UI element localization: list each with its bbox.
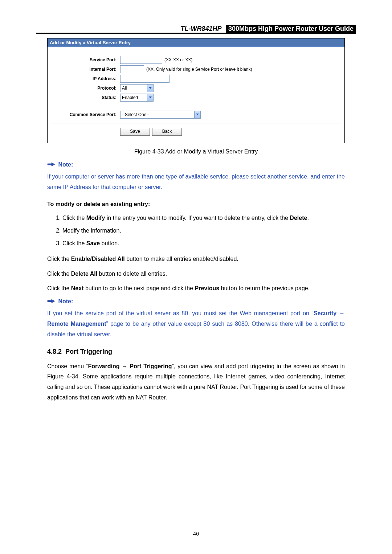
service-port-label: Service Port: [51,57,120,62]
status-label: Status: [51,95,120,100]
service-port-hint: (XX-XX or XX) [164,57,192,62]
list-item: Modify the information. [62,226,345,236]
service-port-input[interactable] [120,56,162,64]
protocol-value: All [121,86,147,91]
internal-port-input[interactable] [120,65,144,73]
chevron-down-icon [147,94,153,101]
save-button[interactable]: Save [120,128,150,136]
list-item: Click the Save button. [62,238,345,249]
status-value: Enabled [121,95,147,100]
steps-list: Click the Modify in the entry you want t… [47,213,345,249]
chevron-down-icon [194,111,200,118]
pointing-hand-icon [47,161,55,169]
page-number: - 46 - [0,530,392,537]
protocol-select[interactable]: All [120,84,154,92]
internal-port-hint: (XX, Only valid for single Service Port … [146,67,252,72]
model-label: TL-WR841HP [180,25,224,32]
separator [51,106,341,106]
status-select[interactable]: Enabled [120,94,154,102]
pointing-hand-icon [47,298,55,305]
internal-port-label: Internal Port: [51,67,120,72]
note-2-text: If you set the service port of the virtu… [47,308,345,340]
note-1-text: If your computer or server has more than… [47,172,345,193]
doc-title: 300Mbps High Power Router User Guide [226,25,356,33]
back-button[interactable]: Back [152,128,182,136]
separator [51,123,341,123]
note-label: Note: [58,298,73,304]
section-paragraph: Choose menu “Forwarding → Port Triggerin… [47,361,345,403]
protocol-label: Protocol: [51,86,120,91]
virtual-server-panel: Add or Modify a Virtual Server Entry Ser… [47,38,345,143]
ip-address-input[interactable] [120,75,170,83]
svg-marker-1 [149,97,152,98]
chevron-down-icon [147,85,153,92]
note-label: Note: [58,161,73,168]
page-header: TL-WR841HP 300Mbps High Power Router Use… [36,25,356,34]
section-heading: 4.8.2 Port Triggering [47,348,345,356]
svg-marker-0 [149,87,152,89]
ip-address-label: IP Address: [51,76,120,81]
figure-caption: Figure 4-33 Add or Modify a Virtual Serv… [47,148,345,155]
list-item: Click the Modify in the entry you want t… [62,213,345,223]
note-heading: Note: [47,298,345,305]
note-heading: Note: [47,161,345,169]
common-service-port-value: --Select One-- [121,112,194,117]
common-service-port-select[interactable]: --Select One-- [120,111,201,119]
svg-marker-2 [196,114,199,115]
common-service-port-label: Common Service Port: [51,112,120,117]
modify-heading: To modify or delete an existing entry: [47,199,345,210]
body-paragraphs: Click the Enable/Disabled All button to … [47,254,345,294]
panel-title: Add or Modify a Virtual Server Entry [48,38,344,47]
